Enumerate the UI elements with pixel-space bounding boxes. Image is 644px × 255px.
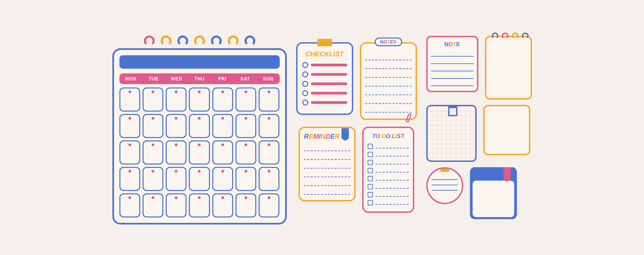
nb-spiral-1 [492,33,498,39]
round-line-2 [432,181,458,185]
cal-cell-4[interactable] [189,87,210,112]
cal-cell-23[interactable] [143,167,163,191]
cal-cell-11[interactable] [189,114,210,138]
bookmark-top-icon [503,167,511,182]
todo-card: TO DO LIST [362,127,414,212]
day-fri: FRI [211,73,234,84]
check-circle-3[interactable] [302,81,308,87]
todo-row-6 [368,184,409,189]
todo-title: TO DO LIST [368,133,409,140]
cal-cell-21[interactable] [259,140,279,165]
tape-decoration [317,39,332,46]
day-wed: WED [165,73,188,84]
reminder-card: REMINDER [299,127,356,201]
cal-cell-9[interactable] [143,114,163,138]
cal-cell-2[interactable] [143,87,163,112]
main-container: MON TUE WED THU FRI SAT SUN [99,24,545,231]
cal-cell-12[interactable] [212,114,233,138]
cal-cell-5[interactable] [212,87,233,112]
check-row-4 [302,90,347,96]
cal-cell-13[interactable] [235,114,256,138]
calendar-widget: MON TUE WED THU FRI SAT SUN [112,31,287,225]
notes-line-2 [365,62,412,69]
round-note-inner [428,169,462,195]
notes-label: NOTES [374,38,402,46]
grid-pattern [428,106,475,161]
right-column: NOTE [426,36,532,219]
cal-cell-8[interactable] [119,114,140,138]
nb-spiral-3 [512,33,519,39]
cal-cell-6[interactable] [235,87,256,112]
day-thu: THU [188,73,211,84]
calendar-spirals [112,31,287,48]
nb-spiral-2 [502,33,508,39]
checklist-title: CHECKLIST [302,50,347,58]
notes-line-7 [365,105,412,113]
notes-line-1 [365,53,412,60]
note-line-5 [431,80,474,86]
todo-dline-4 [376,169,409,173]
cal-cell-30[interactable] [143,193,163,217]
todo-check-1[interactable] [368,144,373,149]
reminder-line-4 [304,170,350,177]
spiral-1 [144,36,155,46]
reminder-line-2 [304,152,350,160]
todo-check-3[interactable] [368,160,373,165]
cal-cell-28[interactable] [259,167,279,191]
day-tue: TUE [142,73,165,84]
cal-cell-14[interactable] [259,114,279,138]
round-line-1 [432,175,458,180]
cal-cell-22[interactable] [119,167,140,191]
bookmark-tag [341,128,349,141]
cal-cell-34[interactable] [235,193,256,217]
cal-cell-15[interactable] [119,140,140,165]
todo-dline-6 [376,185,409,189]
todo-dline-3 [376,161,409,165]
cal-cell-18[interactable] [189,140,210,165]
todo-row-4 [368,168,409,173]
cal-cell-7[interactable] [259,87,279,112]
cal-cell-17[interactable] [166,140,186,165]
todo-row-3 [368,160,409,165]
cal-cell-33[interactable] [212,193,233,217]
cal-cell-1[interactable] [119,87,140,112]
todo-row-7 [368,192,409,197]
cal-cell-24[interactable] [166,167,186,191]
cal-cell-29[interactable] [119,193,140,217]
todo-check-2[interactable] [368,152,373,157]
todo-check-5[interactable] [368,176,373,181]
day-mon: MON [119,73,142,84]
todo-row-5 [368,176,409,181]
todo-check-4[interactable] [368,168,373,173]
check-circle-4[interactable] [302,90,308,96]
reminder-line-1 [304,144,350,151]
check-circle-5[interactable] [302,100,308,106]
top-row: CHECKLIST [296,42,417,120]
cal-cell-27[interactable] [235,167,256,191]
right-top-row: NOTE [426,36,532,100]
reminder-line-3 [304,161,350,169]
cal-cell-20[interactable] [235,140,256,165]
notebook-spirals [489,31,531,41]
cal-cell-19[interactable] [212,140,233,165]
cal-cell-31[interactable] [166,193,186,217]
todo-check-8[interactable] [368,200,373,205]
cal-cell-35[interactable] [259,193,279,217]
todo-check-6[interactable] [368,184,373,189]
cal-cell-3[interactable] [166,87,186,112]
right-mid-row [426,105,532,162]
check-line-5 [311,101,347,104]
check-row-2 [302,71,347,77]
cal-cell-25[interactable] [189,167,210,191]
check-circle-1[interactable] [302,62,308,68]
bottom-row: REMINDER TO DO LIST [299,127,414,212]
cal-cell-26[interactable] [212,167,233,191]
todo-row-1 [368,144,409,149]
todo-check-7[interactable] [368,192,373,197]
cal-cell-16[interactable] [143,140,163,165]
cal-cell-32[interactable] [189,193,210,217]
check-circle-2[interactable] [302,71,308,77]
cal-cell-10[interactable] [166,114,186,138]
round-line-3 [432,186,458,191]
reminder-line-6 [304,187,350,195]
